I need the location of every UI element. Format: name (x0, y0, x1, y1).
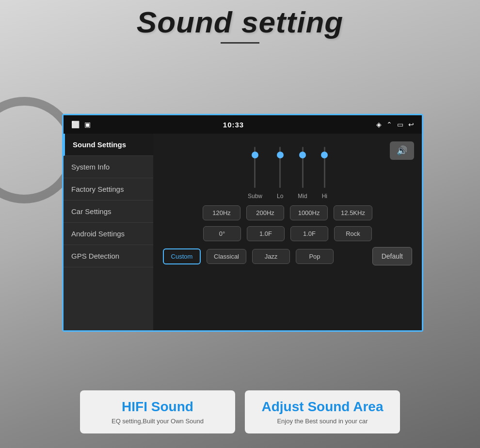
default-button[interactable]: Default (372, 247, 412, 265)
preset-btn-pop[interactable]: Pop (296, 249, 334, 264)
content-area: Sound Settings System Info Factory Setti… (64, 134, 422, 330)
back-icon[interactable]: ↩ (408, 121, 414, 128)
status-icons-left: ⬜ ▣ (71, 121, 91, 128)
eq-label-lo: Lo (277, 193, 283, 200)
sound-icon-button[interactable]: 🔊 (390, 141, 414, 160)
page-title: Sound setting (0, 5, 480, 39)
val-btn-0deg[interactable]: 0° (203, 226, 241, 241)
bottom-card-adjust: Adjust Sound Area Enjoy the Best sound i… (245, 390, 400, 433)
sidebar-item-system-info[interactable]: System Info (64, 156, 153, 178)
bottom-card-hifi-subtitle: EQ setting,Built your Own Sound (95, 417, 221, 425)
eq-thumb-hi[interactable] (321, 152, 328, 158)
status-time: 10:33 (223, 121, 244, 129)
freq-btn-125khz[interactable]: 12.5KHz (334, 205, 372, 220)
expand-icon: ⌃ (386, 121, 392, 128)
status-bar: ⬜ ▣ 10:33 ◈ ⌃ ▭ ↩ (64, 115, 422, 134)
val-btn-rock[interactable]: Rock (334, 226, 372, 241)
bottom-section: HIFI Sound EQ setting,Built your Own Sou… (62, 390, 418, 433)
main-panel: 🔊 Subw Lo (153, 134, 422, 330)
eq-channel-lo: Lo (277, 147, 283, 200)
wifi-icon: ◈ (376, 121, 382, 128)
freq-btn-1000hz[interactable]: 1000Hz (290, 205, 328, 220)
eq-sliders-area: Subw Lo Mid (163, 141, 412, 200)
title-underline (221, 42, 259, 44)
eq-track-subw[interactable] (254, 147, 256, 188)
eq-thumb-subw[interactable] (252, 152, 258, 158)
eq-thumb-lo[interactable] (277, 152, 284, 158)
val-btn-1f-1[interactable]: 1.0F (247, 226, 285, 241)
bottom-card-adjust-subtitle: Enjoy the Best sound in your car (259, 417, 385, 425)
eq-thumb-mid[interactable] (299, 152, 306, 158)
screen-icon: ▭ (397, 121, 403, 128)
home-icon[interactable]: ⬜ (71, 121, 80, 128)
val-buttons-row: 0° 1.0F 1.0F Rock (163, 226, 412, 241)
device-screen: ⬜ ▣ 10:33 ◈ ⌃ ▭ ↩ Sound Settings System … (62, 114, 423, 332)
page-title-area: Sound setting (0, 5, 480, 44)
eq-channel-mid: Mid (298, 147, 307, 200)
eq-channel-hi: Hi (322, 147, 327, 200)
eq-label-mid: Mid (298, 193, 307, 200)
freq-btn-120hz[interactable]: 120Hz (203, 205, 240, 220)
sidebar-item-android-settings[interactable]: Android Settings (64, 223, 153, 245)
image-icon[interactable]: ▣ (84, 121, 91, 128)
eq-track-lo[interactable] (279, 147, 281, 188)
bottom-card-adjust-title: Adjust Sound Area (259, 399, 385, 415)
preset-btn-jazz[interactable]: Jazz (252, 249, 290, 264)
eq-channel-subw: Subw (248, 147, 262, 200)
preset-btn-custom[interactable]: Custom (163, 248, 201, 264)
bottom-card-hifi-title: HIFI Sound (95, 399, 221, 415)
eq-label-hi: Hi (322, 193, 327, 200)
eq-track-mid[interactable] (302, 147, 304, 188)
sidebar-item-gps-detection[interactable]: GPS Detection (64, 245, 153, 267)
sidebar-item-sound-settings[interactable]: Sound Settings (64, 134, 153, 156)
preset-btn-classical[interactable]: Classical (207, 249, 246, 264)
sidebar: Sound Settings System Info Factory Setti… (64, 134, 153, 330)
bottom-card-hifi: HIFI Sound EQ setting,Built your Own Sou… (80, 390, 235, 433)
freq-buttons-row: 120Hz 200Hz 1000Hz 12.5KHz (163, 205, 412, 220)
sidebar-item-car-settings[interactable]: Car Settings (64, 201, 153, 223)
freq-btn-200hz[interactable]: 200Hz (246, 205, 284, 220)
val-btn-1f-2[interactable]: 1.0F (290, 226, 328, 241)
preset-buttons-row: Custom Classical Jazz Pop Default (163, 247, 412, 265)
status-icons-right: ◈ ⌃ ▭ ↩ (376, 121, 414, 128)
eq-track-hi[interactable] (324, 147, 325, 188)
eq-label-subw: Subw (248, 193, 262, 200)
sidebar-item-factory-settings[interactable]: Factory Settings (64, 178, 153, 201)
